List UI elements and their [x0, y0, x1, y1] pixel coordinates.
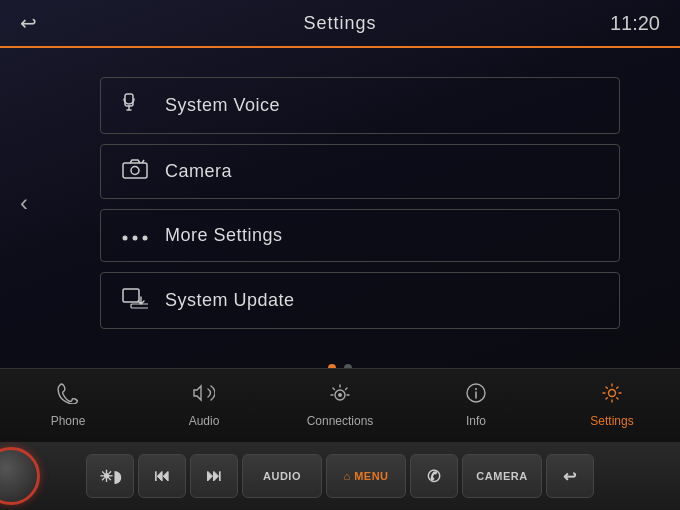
more-settings-icon: [121, 224, 149, 247]
system-voice-icon: [121, 92, 149, 119]
bottom-nav-bar: PhoneAudioConnectionsInfoSettings: [0, 368, 680, 440]
page-title: Settings: [303, 13, 376, 34]
back-button[interactable]: ↩: [20, 11, 37, 35]
svg-rect-8: [131, 304, 148, 308]
camera-label: Camera: [165, 161, 232, 182]
nav-item-phone[interactable]: Phone: [28, 382, 108, 428]
nav-item-info[interactable]: Info: [436, 382, 516, 428]
hw-btn-next[interactable]: ⏭: [190, 454, 238, 498]
hardware-buttons-bar: ☀◗⏮⏭AUDIO⌂ MENU✆CAMERA↩: [0, 442, 680, 510]
nav-connections-label: Connections: [307, 414, 374, 428]
system-update-icon: [121, 287, 149, 314]
menu-item-system-update[interactable]: System Update: [100, 272, 620, 329]
nav-item-connections[interactable]: Connections: [300, 382, 380, 428]
svg-point-4: [123, 236, 128, 241]
hw-btn-camera[interactable]: CAMERA: [462, 454, 542, 498]
nav-item-settings[interactable]: Settings: [572, 382, 652, 428]
hw-btn-back[interactable]: ↩: [546, 454, 594, 498]
system-update-label: System Update: [165, 290, 295, 311]
camera-icon: [121, 159, 149, 184]
menu-item-more-settings[interactable]: More Settings: [100, 209, 620, 262]
main-screen: ↩ Settings 11:20 ‹ System Voice Camera M…: [0, 0, 680, 420]
nav-info-icon: [465, 382, 487, 410]
svg-point-2: [131, 167, 139, 175]
content-area: ‹ System Voice Camera More Settings Syst…: [0, 48, 680, 358]
hw-btn-prev[interactable]: ⏮: [138, 454, 186, 498]
nav-audio-label: Audio: [189, 414, 220, 428]
hw-btn-phone[interactable]: ✆: [410, 454, 458, 498]
nav-phone-label: Phone: [51, 414, 86, 428]
nav-item-audio[interactable]: Audio: [164, 382, 244, 428]
nav-connections-icon: [329, 382, 351, 410]
left-chevron-button[interactable]: ‹: [20, 189, 28, 217]
svg-rect-7: [123, 289, 139, 302]
svg-point-5: [133, 236, 138, 241]
clock-display: 11:20: [610, 12, 660, 35]
svg-point-10: [338, 393, 342, 397]
svg-point-6: [143, 236, 148, 241]
more-settings-label: More Settings: [165, 225, 283, 246]
top-bar: ↩ Settings 11:20: [0, 0, 680, 48]
volume-knob[interactable]: [0, 447, 40, 505]
nav-settings-label: Settings: [590, 414, 633, 428]
svg-point-14: [609, 389, 616, 396]
menu-item-camera[interactable]: Camera: [100, 144, 620, 199]
nav-info-label: Info: [466, 414, 486, 428]
svg-point-13: [475, 388, 477, 390]
hw-btn-menu[interactable]: ⌂ MENU: [326, 454, 406, 498]
nav-phone-icon: [57, 382, 79, 410]
menu-item-system-voice[interactable]: System Voice: [100, 77, 620, 134]
nav-audio-icon: [193, 382, 215, 410]
svg-rect-1: [123, 163, 147, 178]
nav-settings-icon: [601, 382, 623, 410]
settings-menu-list: System Voice Camera More Settings System…: [100, 77, 620, 329]
hw-btn-audio[interactable]: AUDIO: [242, 454, 322, 498]
system-voice-label: System Voice: [165, 95, 280, 116]
hw-btn-brightness[interactable]: ☀◗: [86, 454, 134, 498]
